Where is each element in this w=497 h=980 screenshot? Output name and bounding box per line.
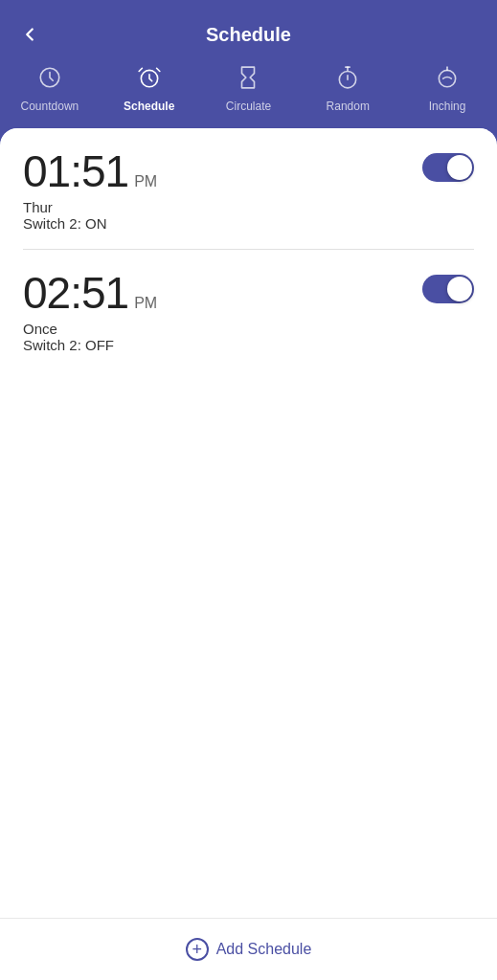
tab-schedule-label: Schedule [124,100,174,113]
tab-countdown[interactable]: Countdown [0,65,100,113]
schedule-switch-status-2: Switch 2: OFF [23,337,474,353]
schedule-toggle-2[interactable] [422,275,474,303]
tab-random-label: Random [327,100,370,113]
page-title: Schedule [206,24,291,46]
alarm-icon [137,65,162,94]
svg-point-7 [439,70,455,86]
main-content: 01:51 PM Thur Switch 2: ON 02:51 PM [0,128,497,980]
schedule-item-1[interactable]: 01:51 PM Thur Switch 2: ON [23,128,474,250]
time-section-2: 02:51 PM [23,271,157,315]
svg-line-2 [139,68,142,71]
schedule-ampm-2: PM [134,295,157,312]
toggle-knob-1 [447,155,472,180]
hourglass-icon [236,65,260,94]
svg-line-3 [156,68,159,71]
header: Schedule [0,0,497,54]
toggle-wrapper-1 [422,149,474,182]
tab-inching[interactable]: Inching [397,65,497,113]
schedule-item-2[interactable]: 02:51 PM Once Switch 2: OFF [23,250,474,370]
tab-bar: Countdown Schedule Circulate [0,54,497,128]
tab-inching-label: Inching [429,100,466,113]
schedule-day-2: Once [23,321,474,337]
add-schedule-bar: + Add Schedule [0,918,497,980]
add-schedule-button[interactable]: + Add Schedule [186,938,312,961]
stopwatch-icon [335,65,360,94]
schedule-toggle-1[interactable] [422,153,474,182]
toggle-wrapper-2 [422,271,474,303]
tab-countdown-label: Countdown [21,100,79,113]
time-section-1: 01:51 PM [23,149,157,193]
tab-schedule[interactable]: Schedule [100,65,199,113]
tab-circulate-label: Circulate [226,100,271,113]
schedule-details-1: Thur Switch 2: ON [23,199,474,232]
tab-circulate[interactable]: Circulate [199,65,299,113]
tab-random[interactable]: Random [298,65,397,113]
add-circle-icon: + [186,938,209,961]
schedule-ampm-1: PM [134,173,157,190]
timer-icon [435,65,460,94]
clock-icon [37,65,62,94]
schedule-time-row-2: 02:51 PM [23,271,474,315]
schedule-time-2: 02:51 [23,271,128,315]
schedule-time-row-1: 01:51 PM [23,149,474,193]
add-schedule-label: Add Schedule [216,941,312,958]
schedule-details-2: Once Switch 2: OFF [23,321,474,353]
schedule-switch-status-1: Switch 2: ON [23,215,474,232]
schedule-time-1: 01:51 [23,149,128,193]
schedules-list: 01:51 PM Thur Switch 2: ON 02:51 PM [0,128,497,918]
back-button[interactable] [19,24,40,45]
schedule-day-1: Thur [23,199,474,215]
toggle-knob-2 [447,277,472,301]
